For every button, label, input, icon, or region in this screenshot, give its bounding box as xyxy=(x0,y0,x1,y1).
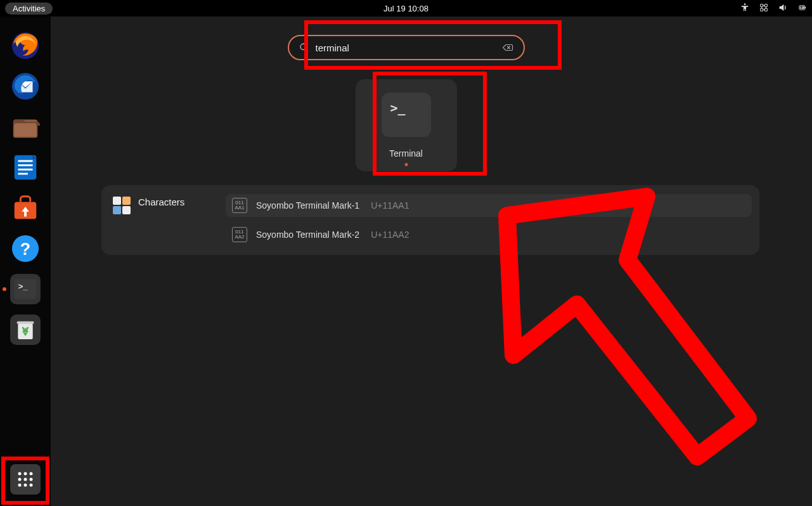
dock-item-terminal[interactable]: >_ xyxy=(10,274,41,304)
clock[interactable]: Jul 19 10:08 xyxy=(383,4,429,13)
accessibility-icon[interactable] xyxy=(740,3,750,15)
svg-rect-9 xyxy=(18,160,33,162)
character-code: U+11AA1 xyxy=(371,200,409,211)
svg-point-28 xyxy=(30,484,33,487)
characters-results-panel: Characters 011AA1 Soyombo Terminal Mark-… xyxy=(101,185,759,255)
show-applications-button[interactable] xyxy=(10,464,41,495)
dock-item-files[interactable] xyxy=(10,112,41,142)
topbar: Activities Jul 19 10:08 xyxy=(0,0,812,16)
svg-point-25 xyxy=(30,478,33,481)
app-result-terminal[interactable]: >_ Terminal xyxy=(356,79,457,171)
svg-rect-2 xyxy=(805,6,806,8)
svg-point-0 xyxy=(744,3,746,5)
svg-rect-19 xyxy=(17,321,34,324)
svg-point-23 xyxy=(18,478,22,481)
terminal-app-icon: >_ xyxy=(382,93,431,137)
svg-line-30 xyxy=(306,49,308,51)
character-result-row[interactable]: 011AA1 Soyombo Terminal Mark-1 U+11AA1 xyxy=(226,194,752,217)
characters-title: Characters xyxy=(138,197,184,207)
dock-item-help[interactable]: ? xyxy=(10,233,41,264)
svg-rect-36 xyxy=(122,206,131,214)
search-input[interactable] xyxy=(316,42,496,53)
app-result-label: Terminal xyxy=(389,148,423,159)
dock: ? >_ xyxy=(0,16,51,506)
glyph-icon: 011AA1 xyxy=(232,198,247,213)
network-icon[interactable] xyxy=(759,3,769,15)
svg-rect-7 xyxy=(15,123,37,136)
dock-item-writer[interactable] xyxy=(10,152,41,183)
dock-item-firefox[interactable] xyxy=(10,30,41,61)
svg-rect-10 xyxy=(18,164,33,166)
character-result-row[interactable]: 011AA2 Soyombo Terminal Mark-2 U+11AA2 xyxy=(226,223,752,246)
dock-item-thunderbird[interactable] xyxy=(10,71,41,101)
characters-app-icon xyxy=(113,197,131,214)
search-icon xyxy=(299,42,309,53)
glyph-icon: 011AA2 xyxy=(232,227,247,242)
svg-point-21 xyxy=(24,472,27,476)
character-name: Soyombo Terminal Mark-1 xyxy=(256,200,359,211)
svg-point-20 xyxy=(18,472,22,476)
svg-rect-34 xyxy=(122,197,131,205)
volume-icon[interactable] xyxy=(778,3,788,15)
svg-point-22 xyxy=(30,472,33,476)
character-code: U+11AA2 xyxy=(371,230,409,240)
dock-item-software[interactable] xyxy=(10,193,41,223)
svg-point-24 xyxy=(24,478,27,481)
running-indicator xyxy=(404,163,408,166)
clear-search-icon[interactable] xyxy=(502,42,513,53)
search-bar[interactable] xyxy=(288,35,525,60)
dock-item-trash[interactable] xyxy=(10,315,41,345)
battery-icon[interactable] xyxy=(797,3,807,15)
svg-text:?: ? xyxy=(20,240,30,259)
character-name: Soyombo Terminal Mark-2 xyxy=(256,230,359,240)
svg-rect-35 xyxy=(113,206,121,214)
svg-text:>_: >_ xyxy=(18,282,29,291)
svg-rect-11 xyxy=(18,169,33,171)
svg-rect-33 xyxy=(113,197,121,205)
svg-point-27 xyxy=(24,484,27,487)
svg-rect-12 xyxy=(18,173,28,175)
system-tray[interactable] xyxy=(740,3,807,15)
characters-provider[interactable]: Characters xyxy=(109,190,217,250)
svg-point-29 xyxy=(300,44,306,49)
svg-point-26 xyxy=(18,484,22,487)
activities-button[interactable]: Activities xyxy=(5,3,53,15)
